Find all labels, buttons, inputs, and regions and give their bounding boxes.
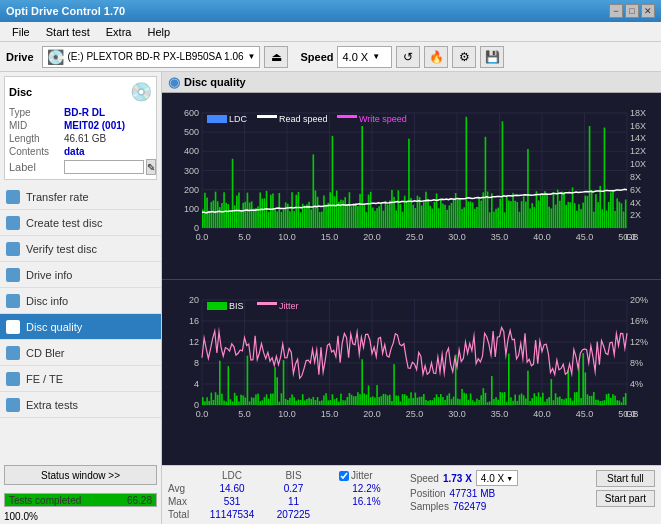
- status-text: Tests completed: [9, 495, 81, 506]
- stats-empty6: [339, 509, 394, 520]
- disc-type-label: Type: [9, 107, 64, 118]
- stats-max-ldc: 531: [202, 496, 262, 507]
- refresh-button[interactable]: ↺: [396, 46, 420, 68]
- disc-panel: Disc 💿 Type BD-R DL MID MEIT02 (001) Len…: [4, 76, 157, 180]
- disc-info-icon: [6, 294, 20, 308]
- position-value: 47731 MB: [450, 488, 496, 499]
- stats-ldc-header: LDC: [202, 470, 262, 481]
- drive-selector[interactable]: 💽 (E:) PLEXTOR BD-R PX-LB950SA 1.06 ▼: [42, 46, 261, 68]
- chart1-canvas: [162, 93, 657, 248]
- eject-button[interactable]: ⏏: [264, 46, 288, 68]
- stats-bis-header: BIS: [266, 470, 321, 481]
- status-window-button[interactable]: Status window >>: [4, 465, 157, 485]
- samples-row: Samples 762479: [410, 501, 518, 512]
- sidebar-item-fe-te[interactable]: FE / TE: [0, 366, 161, 392]
- sidebar-item-transfer-rate[interactable]: Transfer rate: [0, 184, 161, 210]
- stats-section: LDC BIS Jitter Avg 14.60 0.27 12.2%: [168, 470, 394, 520]
- sidebar-item-disc-info-label: Disc info: [26, 295, 68, 307]
- jitter-checkbox[interactable]: [339, 471, 349, 481]
- sidebar-item-transfer-rate-label: Transfer rate: [26, 191, 89, 203]
- menu-extra[interactable]: Extra: [98, 24, 140, 40]
- burn-button[interactable]: 🔥: [424, 46, 448, 68]
- sidebar-item-create-test-disc-label: Create test disc: [26, 217, 102, 229]
- stats-max-label: Max: [168, 496, 198, 507]
- speed-dropdown-arrow: ▼: [372, 52, 380, 61]
- disc-contents-label: Contents: [9, 146, 64, 157]
- stats-total-bis: 207225: [266, 509, 321, 520]
- sidebar-item-disc-quality[interactable]: Disc quality: [0, 314, 161, 340]
- start-full-button[interactable]: Start full: [596, 470, 655, 487]
- sidebar-item-create-test-disc[interactable]: Create test disc: [0, 210, 161, 236]
- menu-file[interactable]: File: [4, 24, 38, 40]
- disc-type-row: Type BD-R DL: [9, 107, 152, 118]
- progress-percent: 100.0%: [4, 511, 38, 522]
- disc-label-label: Label: [9, 161, 64, 173]
- drive-text: (E:) PLEXTOR BD-R PX-LB950SA 1.06: [68, 51, 244, 62]
- stats-avg-bis: 0.27: [266, 483, 321, 494]
- disc-label-input[interactable]: [64, 160, 144, 174]
- cd-bler-icon: [6, 346, 20, 360]
- speed-dropdown-arrow: ▼: [506, 475, 513, 482]
- app-title: Opti Drive Control 1.70: [6, 5, 125, 17]
- menu-bar: File Start test Extra Help: [0, 22, 661, 42]
- sidebar: Disc 💿 Type BD-R DL MID MEIT02 (001) Len…: [0, 72, 162, 524]
- speed-row-label: Speed: [410, 473, 439, 484]
- sidebar-item-verify-test-disc[interactable]: Verify test disc: [0, 236, 161, 262]
- main-content: Disc 💿 Type BD-R DL MID MEIT02 (001) Len…: [0, 72, 661, 524]
- disc-type-value: BD-R DL: [64, 107, 105, 118]
- end-value: 66.28: [127, 495, 152, 506]
- transfer-rate-icon: [6, 190, 20, 204]
- minimize-button[interactable]: −: [609, 4, 623, 18]
- chart2-container: [162, 280, 661, 466]
- speed-label: Speed: [300, 51, 333, 63]
- sidebar-item-disc-quality-label: Disc quality: [26, 321, 82, 333]
- stats-total-ldc: 11147534: [202, 509, 262, 520]
- disc-quality-icon-header: ◉: [168, 74, 180, 90]
- sidebar-item-disc-info[interactable]: Disc info: [0, 288, 161, 314]
- progress-labels: 100.0%: [0, 511, 161, 524]
- samples-label: Samples: [410, 501, 449, 512]
- sidebar-item-extra-tests-label: Extra tests: [26, 399, 78, 411]
- speed-dropdown[interactable]: 4.0 X ▼: [476, 470, 518, 486]
- stats-total-row: Total 11147534 207225: [168, 509, 394, 520]
- speed-selector[interactable]: 4.0 X ▼: [337, 46, 392, 68]
- sidebar-item-drive-info[interactable]: Drive info: [0, 262, 161, 288]
- stats-avg-ldc: 14.60: [202, 483, 262, 494]
- start-part-button[interactable]: Start part: [596, 490, 655, 507]
- position-label: Position: [410, 488, 446, 499]
- status-window-label: Status window >>: [41, 470, 120, 481]
- speed-value: 4.0 X: [342, 51, 368, 63]
- stats-jitter-header: Jitter: [339, 470, 394, 481]
- sidebar-item-cd-bler[interactable]: CD Bler: [0, 340, 161, 366]
- speed-position-section: Speed 1.73 X 4.0 X ▼ Position 47731 MB S…: [410, 470, 518, 520]
- disc-length-value: 46.61 GB: [64, 133, 106, 144]
- save-button[interactable]: 💾: [480, 46, 504, 68]
- drive-icon: 💽: [47, 49, 64, 65]
- disc-panel-title: Disc: [9, 86, 32, 98]
- create-test-disc-icon: [6, 216, 20, 230]
- stats-empty3: [325, 483, 335, 494]
- sidebar-item-fe-te-label: FE / TE: [26, 373, 63, 385]
- maximize-button[interactable]: □: [625, 4, 639, 18]
- stats-empty-header: [168, 470, 198, 481]
- fe-te-icon: [6, 372, 20, 386]
- disc-contents-row: Contents data: [9, 146, 152, 157]
- menu-help[interactable]: Help: [139, 24, 178, 40]
- speed-dropdown-value: 4.0 X: [481, 473, 504, 484]
- drive-label: Drive: [6, 51, 34, 63]
- disc-quality-icon: [6, 320, 20, 334]
- progress-bar-container: Tests completed 66.28: [4, 493, 157, 507]
- disc-label-edit-button[interactable]: ✎: [146, 159, 156, 175]
- speed-row: Speed 1.73 X 4.0 X ▼: [410, 470, 518, 486]
- drive-info-icon: [6, 268, 20, 282]
- sidebar-item-extra-tests[interactable]: Extra tests: [0, 392, 161, 418]
- menu-start-test[interactable]: Start test: [38, 24, 98, 40]
- chart1-container: [162, 93, 661, 280]
- stats-max-row: Max 531 11 16.1%: [168, 496, 394, 507]
- close-button[interactable]: ✕: [641, 4, 655, 18]
- settings-button[interactable]: ⚙: [452, 46, 476, 68]
- stats-avg-jitter: 12.2%: [339, 483, 394, 494]
- stats-max-jitter: 16.1%: [339, 496, 394, 507]
- disc-contents-value: data: [64, 146, 85, 157]
- disc-quality-header: ◉ Disc quality: [162, 72, 661, 93]
